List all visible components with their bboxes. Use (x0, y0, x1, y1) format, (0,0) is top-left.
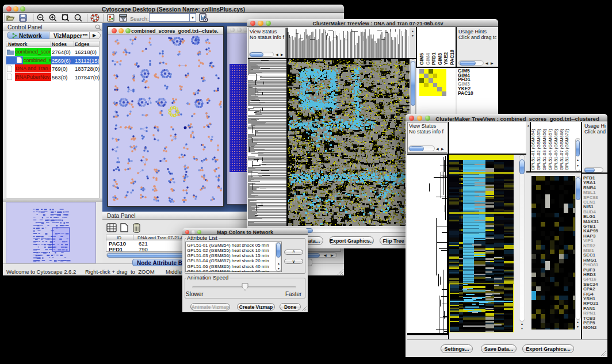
svg-text:GIM5: GIM5 (419, 53, 424, 65)
svg-text:GPL51-07 (GSM868): GPL51-07 (GSM868) (559, 129, 564, 170)
svg-text:PFD1: PFD1 (431, 52, 437, 65)
svg-text:GIM4: GIM4 (425, 53, 431, 65)
svg-text:GPL51-04 (GSM857): GPL51-04 (GSM857) (548, 129, 553, 170)
svg-text:GPL51-03 (GSM856): GPL51-03 (GSM856) (542, 129, 547, 170)
svg-text:GIM3: GIM3 (437, 53, 443, 65)
svg-text:PAC10: PAC10 (449, 49, 455, 65)
svg-text:GPL51-06 (GSM865): GPL51-06 (GSM865) (553, 129, 559, 170)
svg-text:YKE2: YKE2 (443, 52, 449, 65)
svg-text:GPL51-02 (GSM855): GPL51-02 (GSM855) (536, 129, 541, 170)
svg-text:GPL51-08 (GSM872): GPL51-08 (GSM872) (564, 129, 569, 170)
svg-text:GPL51-01 (GSM854): GPL51-01 (GSM854) (530, 129, 536, 170)
svg-text:1:1: 1:1 (76, 16, 80, 19)
